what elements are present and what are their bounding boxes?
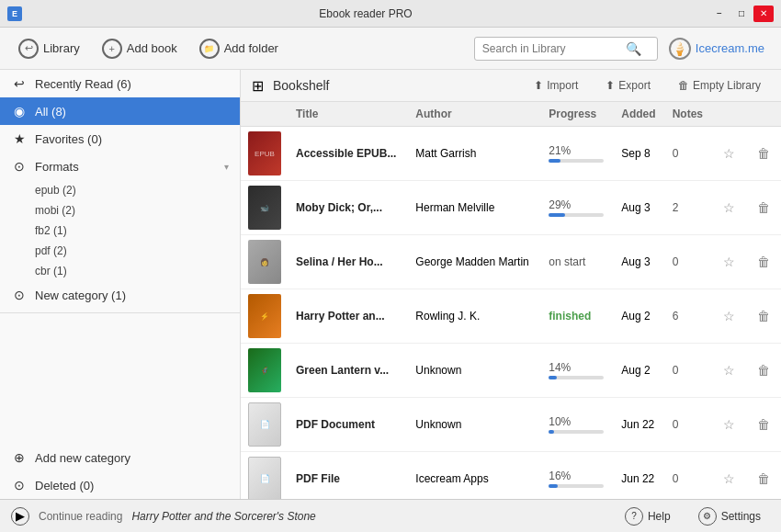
delete-button[interactable]: 🗑 — [753, 144, 774, 163]
add-folder-button[interactable]: 📁 Add folder — [190, 34, 288, 63]
main-layout: ↩ Recently Read (6) ◉ All (8) ★ Favorite… — [0, 70, 781, 499]
table-row[interactable]: 📄 PDF Document Unknown 10% Jun 22 0 ☆ 🗑 — [241, 398, 781, 452]
book-title: Moby Dick; Or,... — [296, 201, 382, 214]
table-row[interactable]: 🦸 Green Lantern v... Unknown 14% Aug 2 0… — [241, 344, 781, 398]
sidebar-item-fb2[interactable]: fb2 (1) — [35, 221, 240, 241]
book-author: Unknown — [415, 364, 461, 377]
delete-button[interactable]: 🗑 — [753, 361, 774, 379]
star-button[interactable]: ☆ — [719, 307, 739, 325]
books-list: Title Author Progress Added Notes EPUB A… — [241, 102, 781, 499]
col-delete — [746, 102, 781, 127]
delete-button[interactable]: 🗑 — [753, 470, 774, 488]
book-progress-cell: 21% — [541, 127, 614, 181]
star-button[interactable]: ☆ — [719, 470, 739, 488]
icecream-button[interactable]: 🍦 Icecream.me — [662, 33, 772, 64]
book-title-cell: Harry Potter an... — [289, 289, 408, 344]
book-title: Selina / Her Ho... — [296, 255, 383, 268]
book-added-cell: Aug 3 — [614, 181, 664, 235]
book-author: George Madden Martin — [415, 255, 528, 268]
book-author: Herman Melville — [415, 201, 494, 214]
notes-count: 2 — [673, 201, 679, 214]
library-button[interactable]: ↩ Library — [9, 34, 89, 63]
sidebar-item-epub[interactable]: epub (2) — [35, 180, 240, 200]
notes-count: 0 — [673, 418, 679, 431]
table-row[interactable]: 👩 Selina / Her Ho... George Madden Marti… — [241, 235, 781, 289]
book-added: Aug 2 — [621, 364, 650, 377]
book-author: Unknown — [415, 418, 461, 431]
search-input[interactable] — [482, 42, 620, 55]
settings-icon: ⚙ — [698, 507, 717, 526]
statusbar: ▶ Continue reading Harry Potter and the … — [0, 499, 781, 532]
table-row[interactable]: EPUB Accessible EPUB... Matt Garrish 21%… — [241, 127, 781, 181]
import-icon: ⬆ — [534, 79, 543, 92]
book-title: PDF File — [296, 472, 340, 485]
table-row[interactable]: 🐋 Moby Dick; Or,... Herman Melville 29% … — [241, 181, 781, 235]
sidebar-item-all[interactable]: ◉ All (8) — [0, 97, 240, 125]
sidebar-item-mobi[interactable]: mobi (2) — [35, 200, 240, 221]
content-area: ⊞ Bookshelf ⬆ Import ⬆ Export 🗑 Empty Li… — [241, 70, 781, 499]
table-row[interactable]: ⚡ Harry Potter an... Rowling J. K. finis… — [241, 289, 781, 344]
book-progress-cell: 10% — [541, 398, 614, 452]
book-progress-cell: on start — [541, 235, 614, 289]
book-table: Title Author Progress Added Notes EPUB A… — [241, 102, 781, 499]
star-button[interactable]: ☆ — [719, 361, 739, 379]
book-title: Harry Potter an... — [296, 310, 385, 323]
book-author-cell: Herman Melville — [408, 181, 541, 235]
col-title: Title — [289, 102, 408, 127]
book-title-cell: Moby Dick; Or,... — [289, 181, 408, 235]
book-star-cell: ☆ — [712, 235, 746, 289]
favorites-icon: ★ — [11, 131, 28, 146]
sidebar-item-new-category[interactable]: ⊙ New category (1) — [0, 281, 240, 309]
import-button[interactable]: ⬆ Import — [525, 75, 587, 96]
star-button[interactable]: ☆ — [719, 144, 739, 163]
sidebar-item-add-category[interactable]: ⊕ Add new category — [0, 444, 240, 471]
minimize-button[interactable]: − — [709, 6, 730, 22]
book-title-cell: Green Lantern v... — [289, 344, 408, 398]
help-button[interactable]: ? Help — [616, 504, 680, 529]
star-button[interactable]: ☆ — [719, 253, 739, 271]
book-cover-cell: ⚡ — [241, 289, 289, 344]
window-controls: − □ ✕ — [709, 6, 774, 22]
sidebar-item-pdf[interactable]: pdf (2) — [35, 241, 240, 261]
book-star-cell: ☆ — [712, 398, 746, 452]
book-cover-cell: 🐋 — [241, 181, 289, 235]
book-title-cell: PDF Document — [289, 398, 408, 452]
sidebar-item-favorites[interactable]: ★ Favorites (0) — [0, 125, 240, 153]
empty-library-button[interactable]: 🗑 Empty Library — [669, 75, 770, 96]
star-button[interactable]: ☆ — [719, 415, 739, 434]
formats-arrow: ▾ — [224, 162, 229, 172]
sidebar-formats-list: epub (2) mobi (2) fb2 (1) pdf (2) cbr (1… — [0, 180, 240, 281]
sidebar-item-recently-read[interactable]: ↩ Recently Read (6) — [0, 70, 240, 97]
sidebar-item-deleted[interactable]: ⊙ Deleted (0) — [0, 471, 240, 499]
export-icon: ⬆ — [606, 79, 615, 92]
table-row[interactable]: 📄 PDF File Icecream Apps 16% Jun 22 0 ☆ … — [241, 452, 781, 500]
progress-bar — [549, 376, 556, 379]
sidebar-item-cbr[interactable]: cbr (1) — [35, 261, 240, 281]
search-box: 🔍 — [474, 37, 658, 61]
book-cover-cell: 📄 — [241, 452, 289, 500]
delete-button[interactable]: 🗑 — [753, 198, 774, 217]
add-book-button[interactable]: + Add book — [93, 34, 187, 63]
toolbar: ↩ Library + Add book 📁 Add folder 🔍 🍦 Ic… — [0, 28, 781, 70]
maximize-button[interactable]: □ — [731, 6, 752, 22]
book-notes-cell: 0 — [665, 452, 712, 500]
book-star-cell: ☆ — [712, 289, 746, 344]
book-notes-cell: 0 — [665, 344, 712, 398]
settings-button[interactable]: ⚙ Settings — [689, 504, 770, 529]
star-button[interactable]: ☆ — [719, 198, 739, 217]
export-button[interactable]: ⬆ Export — [596, 75, 660, 96]
progress-text: 14% — [549, 361, 571, 374]
recently-read-icon: ↩ — [11, 76, 28, 91]
close-button[interactable]: ✕ — [753, 6, 774, 22]
delete-button[interactable]: 🗑 — [753, 415, 774, 434]
book-added: Aug 2 — [621, 310, 650, 323]
book-added-cell: Sep 8 — [614, 127, 664, 181]
delete-button[interactable]: 🗑 — [753, 307, 774, 325]
delete-button[interactable]: 🗑 — [753, 253, 774, 271]
app-title: Ebook reader PRO — [22, 7, 709, 20]
play-button[interactable]: ▶ — [11, 507, 29, 526]
add-book-icon: + — [102, 39, 122, 59]
book-author-cell: Icecream Apps — [408, 452, 541, 500]
book-added: Aug 3 — [621, 201, 650, 214]
sidebar-item-formats[interactable]: ⊙ Formats ▾ — [0, 153, 240, 180]
